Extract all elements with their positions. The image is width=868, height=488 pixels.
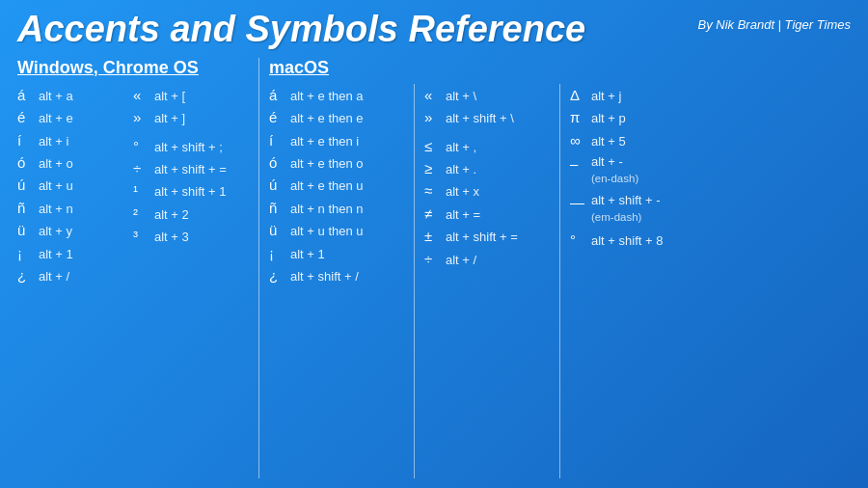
shortcut-text: alt + shift + 1: [154, 184, 226, 199]
shortcut-text: alt + o: [39, 156, 73, 171]
char-symbol: ±: [424, 228, 446, 244]
shortcut-text: alt + e: [39, 111, 73, 125]
char-symbol: ü: [269, 222, 290, 238]
page: Accents and Symbols Reference By Nik Bra…: [0, 0, 868, 488]
shortcut-text: alt + [: [154, 89, 185, 103]
char-symbol: °: [570, 231, 591, 248]
shortcut-text: alt + 5: [591, 134, 626, 149]
table-row: °alt + shift + 8: [570, 229, 712, 251]
char-symbol: —: [570, 193, 591, 210]
table-row: ≈alt + x: [424, 179, 542, 202]
shortcut-text: alt + shift + -(em-dash): [591, 193, 661, 226]
shortcut-text: alt + n then n: [290, 202, 364, 216]
shortcut-text: alt + shift + =: [154, 162, 227, 176]
shortcut-text: alt + e then a: [290, 89, 364, 103]
char-symbol: Δ: [570, 87, 591, 103]
char-symbol: ¿: [269, 267, 290, 284]
table-row: «alt + \: [424, 84, 542, 106]
windows-col-group: áalt + aéalt + eíalt + ióalt + oúalt + u…: [17, 84, 249, 478]
char-symbol: ¿: [17, 267, 39, 284]
table-row: °alt + shift + ;: [133, 135, 241, 157]
char-symbol: »: [133, 109, 154, 125]
table-row: πalt + p: [570, 106, 712, 128]
shortcut-text: alt + =: [446, 207, 480, 222]
char-symbol: ∞: [570, 132, 591, 149]
shortcut-text: alt + n: [39, 202, 73, 216]
char-symbol: «: [424, 87, 446, 103]
table-row: »alt + ]: [133, 106, 241, 128]
windows-col2: «alt + [»alt + ]°alt + shift + ;÷alt + s…: [133, 84, 249, 478]
table-row: ñalt + n then n: [269, 197, 396, 219]
shortcut-text: alt + .: [446, 162, 476, 176]
shortcut-text: alt + i: [39, 134, 68, 149]
table-row: »alt + shift + \: [424, 106, 542, 128]
shortcut-text: alt + y: [39, 224, 72, 238]
table-row: óalt + o: [17, 151, 125, 174]
table-row: ¡alt + 1: [269, 241, 396, 263]
table-row: üalt + u then u: [269, 219, 396, 241]
table-row: ÷alt + shift + =: [133, 157, 241, 179]
page-title: Accents and Symbols Reference: [17, 10, 585, 50]
shortcut-text: alt + u then u: [290, 224, 364, 238]
char-symbol: π: [570, 109, 591, 125]
shortcut-text: alt + -(en-dash): [591, 154, 638, 187]
shortcut-text: alt + j: [591, 89, 621, 103]
char-symbol: ú: [269, 176, 290, 193]
shortcut-text: alt + e then o: [290, 156, 364, 171]
windows-section: Windows, Chrome OS áalt + aéalt + eíalt …: [17, 58, 249, 478]
table-row: úalt + u: [17, 174, 125, 196]
table-row: ¡alt + 1: [17, 241, 125, 263]
table-row: ²alt + 2: [133, 203, 241, 225]
shortcut-text: alt + shift + 8: [591, 233, 663, 248]
table-row: éalt + e then e: [269, 106, 396, 128]
char-symbol: é: [269, 109, 290, 125]
table-row: ±alt + shift + =: [424, 225, 542, 247]
shortcut-text: alt + e then i: [290, 134, 359, 149]
char-symbol: ó: [17, 154, 39, 171]
byline: By Nik Brandt | Tiger Times: [698, 10, 851, 32]
table-row: ≠alt + =: [424, 203, 542, 225]
shortcut-text: alt + shift + /: [290, 269, 359, 284]
shortcut-text: alt + e then e: [290, 111, 364, 125]
table-row: ≤alt + ,: [424, 135, 542, 157]
table-row: ³alt + 3: [133, 225, 241, 247]
table-row: áalt + e then a: [269, 84, 396, 106]
table-row: ¿alt + shift + /: [269, 264, 396, 286]
char-symbol: ¡: [269, 245, 290, 261]
macos-section: macOS áalt + e then aéalt + e then eíalt…: [269, 58, 851, 478]
char-symbol: í: [269, 132, 290, 149]
char-symbol: ≥: [424, 160, 446, 176]
char-symbol: ³: [133, 228, 154, 244]
char-symbol: í: [17, 132, 39, 149]
table-row: íalt + i: [17, 129, 125, 151]
table-row: —alt + shift + -(em-dash): [570, 190, 712, 229]
char-symbol: ≠: [424, 205, 446, 222]
shortcut-text: alt + u: [39, 178, 73, 193]
windows-section-title: Windows, Chrome OS: [17, 58, 249, 78]
windows-col1: áalt + aéalt + eíalt + ióalt + oúalt + u…: [17, 84, 133, 478]
macos-col2: «alt + \»alt + shift + \≤alt + ,≥alt + .…: [424, 84, 550, 478]
shortcut-text: alt + ]: [154, 111, 185, 125]
table-row: ¹alt + shift + 1: [133, 179, 241, 202]
char-symbol: é: [17, 109, 39, 125]
shortcut-text: alt + 3: [154, 230, 189, 244]
char-symbol: ≈: [424, 182, 446, 199]
char-symbol: –: [570, 154, 591, 172]
char-symbol: ó: [269, 154, 290, 171]
shortcut-text: alt + ,: [446, 140, 476, 154]
char-symbol: ñ: [17, 200, 39, 216]
table-row: éalt + e: [17, 106, 125, 128]
divider-windows-macos: [258, 58, 259, 478]
table-row: ¿alt + /: [17, 264, 125, 286]
table-row: –alt + -(en-dash): [570, 151, 712, 190]
table-row: ÷alt + /: [424, 247, 542, 269]
macos-col1: áalt + e then aéalt + e then eíalt + e t…: [269, 84, 404, 478]
char-symbol: ñ: [269, 200, 290, 216]
macos-col3: Δalt + jπalt + p∞alt + 5–alt + -(en-dash…: [570, 84, 719, 478]
divider-mac1: [414, 84, 415, 478]
table-row: íalt + e then i: [269, 129, 396, 151]
shortcut-text: alt + a: [39, 89, 73, 103]
shortcut-text: alt + /: [39, 269, 69, 284]
char-symbol: ÷: [424, 251, 446, 267]
shortcut-text: alt + p: [591, 111, 626, 125]
